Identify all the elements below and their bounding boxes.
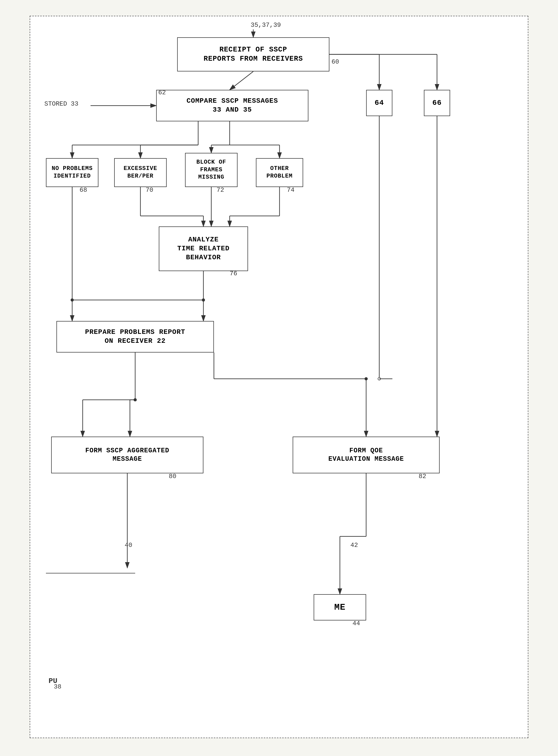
receipt-box: RECEIPT OF SSCP REPORTS FROM RECEIVERS [177, 37, 329, 71]
prepare-box: PREPARE PROBLEMS REPORT ON RECEIVER 22 [56, 321, 214, 352]
svg-point-35 [134, 398, 137, 401]
ref-38: 38 [54, 683, 61, 690]
svg-point-45 [378, 377, 381, 380]
ref-60: 60 [331, 58, 339, 66]
ref-70: 70 [146, 187, 153, 194]
block-box: BLOCK OF FRAMES MISSING [185, 153, 237, 187]
flow-arrows [30, 16, 528, 738]
form-sscp-box: FORM SSCP AGGREGATED MESSAGE [51, 437, 203, 473]
ref-62: 62 [158, 89, 166, 96]
excessive-box: EXCESSIVE BER/PER [114, 158, 167, 187]
ref-74: 74 [287, 187, 295, 194]
ref-80: 80 [169, 473, 176, 480]
receipt-text: RECEIPT OF SSCP REPORTS FROM RECEIVERS [204, 45, 303, 64]
svg-point-31 [202, 298, 205, 301]
ref-72: 72 [217, 187, 224, 194]
svg-point-42 [364, 377, 368, 380]
no-problems-box: NO PROBLEMS IDENTIFIED [46, 158, 98, 187]
input-label: 35,37,39 [251, 22, 281, 29]
compare-box: COMPARE SSCP MESSAGES 33 AND 35 [156, 90, 308, 121]
svg-point-28 [71, 298, 74, 301]
form-qoe-box: FORM QOE EVALUATION MESSAGE [293, 437, 440, 473]
stored-label: STORED 33 [44, 100, 78, 107]
ref-82: 82 [418, 473, 426, 480]
me-box: ME [314, 594, 366, 620]
analyze-box: ANALYZE TIME RELATED BEHAVIOR [159, 226, 248, 271]
other-box: OTHER PROBLEM [256, 158, 303, 187]
ref-76: 76 [230, 270, 237, 277]
compare-text: COMPARE SSCP MESSAGES 33 AND 35 [186, 97, 278, 115]
label-42: 42 [350, 542, 358, 549]
ref-68: 68 [79, 187, 87, 194]
box66: 66 [424, 90, 450, 116]
label-40: 40 [125, 542, 132, 549]
box64: 64 [366, 90, 392, 116]
ref-44: 44 [353, 620, 360, 627]
svg-line-4 [230, 71, 253, 90]
diagram-container: 35,37,39 RECEIPT OF SSCP REPORTS FROM RE… [30, 16, 528, 738]
